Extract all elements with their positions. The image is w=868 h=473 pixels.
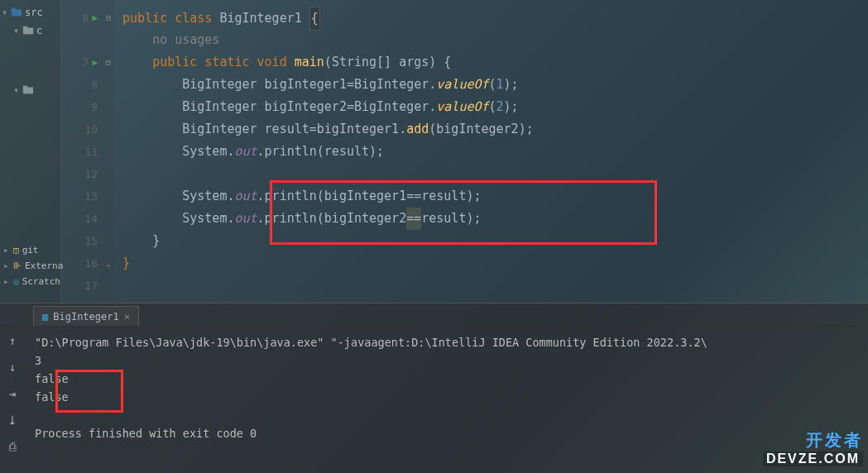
svg-rect-3 <box>23 26 27 29</box>
fold-icon[interactable]: ⊟ <box>103 7 114 29</box>
console-line: "D:\Program Files\Java\jdk-19\bin\java.e… <box>35 333 858 351</box>
run-config-icon: ▦ <box>42 311 48 322</box>
run-toolbar: ↑ ↓ ⇥ ⤓ ⎙ <box>0 327 25 473</box>
folder-icon <box>11 7 22 18</box>
svg-rect-4 <box>23 88 33 94</box>
console-line: Process finished with exit code 0 <box>35 424 858 442</box>
code-hint: no usages <box>114 29 868 51</box>
tree-item-external[interactable]: ▸ ⊪ Externa <box>3 260 63 271</box>
tree-label: c <box>36 25 42 36</box>
editor-gutter[interactable]: 6▶ 7▶ 8 9 10 11 12 13 14 15 16 17 <box>61 0 103 303</box>
console-line <box>35 406 858 424</box>
tree-item-folder[interactable]: ▾ <box>2 81 59 99</box>
chevron-right-icon: ▸ <box>3 276 10 287</box>
line-number: 16 <box>84 257 98 270</box>
tab-label: BigInteger1 <box>53 311 118 322</box>
line-number: 10 <box>84 123 98 136</box>
run-tabs: ▦ BigInteger1 × <box>0 303 868 327</box>
line-number: 8 <box>91 79 98 91</box>
code-line[interactable]: BigInteger result=bigInteger1.add(bigInt… <box>114 118 868 141</box>
run-tab[interactable]: ▦ BigInteger1 × <box>33 306 139 326</box>
tree-item[interactable] <box>2 40 59 81</box>
down-icon[interactable]: ↓ <box>5 360 20 375</box>
line-number: 17 <box>84 280 98 292</box>
line-number: 6 <box>83 12 89 24</box>
print-icon[interactable]: ⎙ <box>5 439 20 454</box>
line-number: 9 <box>91 101 98 113</box>
code-line[interactable]: } <box>114 230 868 252</box>
tree-label: git <box>22 245 39 256</box>
tree-label: Scratch <box>22 276 60 287</box>
console-line: false <box>35 388 858 406</box>
folder-icon <box>22 84 34 96</box>
code-line[interactable] <box>114 163 868 185</box>
line-number: 11 <box>84 146 98 158</box>
library-icon: ⊪ <box>13 260 22 271</box>
console-line: false <box>35 370 858 388</box>
console-line: 3 <box>35 351 858 370</box>
chevron-down-icon: ▾ <box>2 7 8 18</box>
watermark-text: DEVZE.COM <box>763 452 863 466</box>
run-gutter-icon[interactable]: ▶ <box>92 12 98 23</box>
up-icon[interactable]: ↑ <box>5 333 20 348</box>
code-editor[interactable]: public class BigInteger1 { no usages pub… <box>114 0 868 303</box>
code-line[interactable]: System.out.println(bigInteger2==result); <box>114 208 868 230</box>
line-number: 14 <box>84 213 98 225</box>
ide-root: ▾ src ▾ c ▾ <box>0 0 868 473</box>
code-line[interactable]: public class BigInteger1 { <box>114 7 868 29</box>
line-number: 15 <box>84 235 98 247</box>
watermark: 开发者 DEVZE.COM <box>763 429 863 466</box>
tree-label: Externa <box>25 260 63 271</box>
tree-item-scratch[interactable]: ▸ ◎ Scratch <box>3 276 63 287</box>
code-line[interactable]: public static void main(String[] args) { <box>114 51 868 74</box>
code-line[interactable]: BigInteger bigInteger1=BigInteger.valueO… <box>114 74 868 96</box>
code-line[interactable]: } <box>114 252 868 275</box>
tree-item-src[interactable]: ▾ src <box>2 3 59 22</box>
scratch-icon: ◎ <box>13 276 19 287</box>
line-number: 7 <box>83 56 89 69</box>
console-area: ↑ ↓ ⇥ ⤓ ⎙ "D:\Program Files\Java\jdk-19\… <box>0 327 868 473</box>
fold-icon[interactable]: ⊟ <box>103 51 114 74</box>
code-line[interactable]: System.out.println(result); <box>114 141 868 163</box>
code-line[interactable]: BigInteger bigInteger2=BigInteger.valueO… <box>114 96 868 118</box>
tree-item-git[interactable]: ▸ ◫ git <box>3 245 63 256</box>
svg-rect-1 <box>12 8 16 11</box>
code-line[interactable] <box>114 275 868 297</box>
close-icon[interactable]: × <box>124 311 130 322</box>
tree-label: src <box>25 7 43 18</box>
git-icon: ◫ <box>13 245 19 256</box>
scroll-icon[interactable]: ⤓ <box>5 413 20 428</box>
svg-rect-0 <box>12 10 22 17</box>
chevron-right-icon: ▸ <box>3 260 10 271</box>
svg-rect-5 <box>23 86 27 88</box>
chevron-down-icon: ▾ <box>13 84 20 96</box>
run-gutter-icon[interactable]: ▶ <box>92 57 98 68</box>
console-output[interactable]: "D:\Program Files\Java\jdk-19\bin\java.e… <box>25 327 868 473</box>
watermark-text: 开发者 <box>763 429 863 452</box>
top-area: ▾ src ▾ c ▾ <box>0 0 868 303</box>
code-line[interactable]: System.out.println(bigInteger1==result); <box>114 185 868 208</box>
chevron-down-icon: ▾ <box>13 25 20 36</box>
wrap-icon[interactable]: ⇥ <box>5 386 20 401</box>
fold-gutter[interactable]: ⊟ ⊟ ⌄ <box>103 0 114 303</box>
line-number: 12 <box>84 168 98 180</box>
tree-item-folder[interactable]: ▾ c <box>2 22 59 40</box>
line-number: 13 <box>84 190 98 203</box>
tree-bottom-items: ▸ ◫ git ▸ ⊪ Externa ▸ ◎ Scratch <box>3 245 63 287</box>
run-panel: ▦ BigInteger1 × ↑ ↓ ⇥ ⤓ ⎙ "D:\Program Fi… <box>0 303 868 473</box>
folder-icon <box>22 25 34 36</box>
svg-rect-2 <box>23 28 33 35</box>
chevron-right-icon: ▸ <box>3 245 10 256</box>
